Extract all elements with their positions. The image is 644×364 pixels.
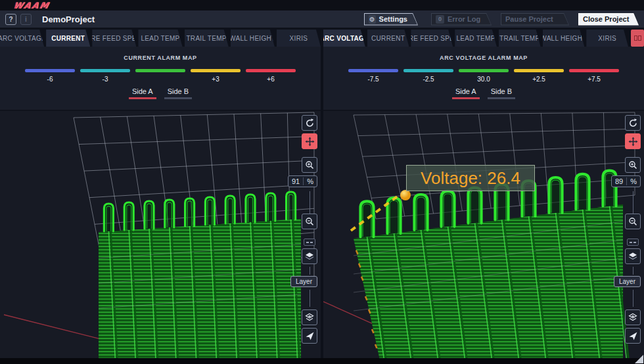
alarm-segment (135, 69, 185, 83)
3d-viewport-right[interactable]: Voltage: 26.4 89% (323, 110, 644, 358)
left-panel: CURRENT ALARM MAP -6 -3 (0, 47, 321, 358)
alarm-bar-blue (348, 69, 398, 72)
tab-current-left[interactable]: CURRENT (46, 30, 90, 47)
alarm-label: +3 (191, 76, 241, 83)
left-viewport-toolbar: 91% Layer (288, 114, 319, 344)
zoom-in-icon[interactable] (302, 157, 317, 173)
error-count-badge: 0 (436, 15, 444, 24)
alarm-segment: +7.5 (569, 69, 619, 83)
alarm-bar-red (246, 69, 296, 72)
alarm-label: 30.0 (459, 76, 509, 83)
tab-xiris-right[interactable]: XIRIS (586, 30, 628, 47)
close-label: Close Project (583, 15, 629, 23)
alarm-bar-blue (25, 69, 75, 72)
app-window: WAAM ? i DemoProject ⚙ Settings 0 Error … (0, 0, 644, 364)
split-view-icon[interactable] (631, 30, 644, 47)
right-viewport-toolbar: 89% Layer (612, 114, 642, 344)
tab-trail-temp-right[interactable]: TRAIL TEMP (499, 30, 541, 47)
layer-slider-track[interactable] (633, 267, 633, 275)
alarm-segment: -3 (80, 69, 130, 83)
title-bar: ? i DemoProject ⚙ Settings 0 Error Log P… (0, 11, 644, 28)
tab-lead-temp-right[interactable]: LEAD TEMP (455, 30, 497, 47)
alarm-segment: +2.5 (514, 69, 564, 83)
layers-outline-icon[interactable] (302, 309, 317, 325)
close-project-button[interactable]: Close Project (578, 13, 639, 26)
alarm-segment: -2.5 (403, 69, 453, 83)
layer-slider-handle[interactable] (627, 239, 639, 246)
pause-label: Pause Project (505, 15, 553, 23)
side-b-tab-left[interactable]: Side B (164, 87, 192, 99)
tab-current-right[interactable]: CURRENT (367, 30, 409, 47)
left-alarm-map: CURRENT ALARM MAP -6 -3 (0, 47, 321, 110)
layer-slider-handle[interactable] (304, 239, 315, 246)
zoom-out-icon[interactable] (302, 214, 317, 229)
layer-slider-track-lower[interactable] (310, 290, 310, 307)
tab-arc-voltage-right[interactable]: ARC VOLTAGE (323, 30, 365, 47)
alarm-bar-green (459, 69, 509, 72)
zoom-in-icon[interactable] (625, 157, 641, 173)
layers-icon[interactable] (625, 248, 641, 264)
layer-slider-track-lower[interactable] (633, 290, 633, 307)
side-a-tab-right[interactable]: Side A (452, 87, 480, 99)
side-b-tab-right[interactable]: Side B (488, 87, 515, 99)
alarm-segment: +3 (191, 69, 241, 83)
layer-button[interactable]: Layer (290, 276, 317, 287)
alarm-label: -3 (80, 76, 130, 83)
rotate-icon[interactable] (625, 115, 641, 131)
percent-sign: % (303, 177, 317, 185)
voltage-tooltip: Voltage: 26.4 (406, 165, 535, 191)
alarm-segment: -6 (25, 69, 75, 83)
tab-wall-height-right[interactable]: WALL HEIGHT (543, 30, 585, 47)
error-log-button[interactable]: 0 Error Log (431, 13, 492, 26)
error-log-label: Error Log (448, 15, 480, 23)
left-alarm-bars: -6 -3 +3 +6 (0, 69, 321, 83)
side-a-tab-left[interactable]: Side A (129, 87, 156, 99)
3d-scene-right (323, 111, 644, 358)
waam-logo: WAAM (12, 1, 51, 11)
rotate-icon[interactable] (302, 115, 317, 131)
alarm-bar-yellow (514, 69, 564, 72)
tab-strip-row: ARC VOLTAGE CURRENT WIRE FEED SPEED LEAD… (0, 28, 644, 47)
layers-icon[interactable] (302, 248, 317, 264)
zoom-percent-value: 91 (288, 177, 303, 185)
tab-wire-feed-speed-right[interactable]: WIRE FEED SPEED (411, 30, 453, 47)
left-side-tabs: Side A Side B (0, 87, 321, 99)
pan-move-icon[interactable] (625, 133, 641, 149)
tab-wire-feed-speed-left[interactable]: WIRE FEED SPEED (92, 30, 136, 47)
alarm-bar-teal (80, 69, 130, 72)
alarm-label: -7.5 (348, 76, 398, 83)
gear-icon: ⚙ (369, 15, 376, 24)
project-title: DemoProject (42, 14, 95, 24)
zoom-out-icon[interactable] (625, 214, 641, 229)
tab-trail-temp-left[interactable]: TRAIL TEMP (185, 30, 229, 47)
tab-arc-voltage-left[interactable]: ARC VOLTAGE (0, 30, 44, 47)
alarm-label (135, 76, 185, 83)
alarm-segment: -7.5 (348, 69, 398, 83)
navigate-icon[interactable] (302, 328, 317, 344)
zoom-slider[interactable] (633, 191, 633, 214)
alarm-bar-green (135, 69, 185, 72)
pan-move-icon[interactable] (302, 133, 317, 149)
layer-slider-track[interactable] (310, 267, 310, 275)
alarm-label: +6 (246, 76, 296, 83)
pause-project-button[interactable]: Pause Project (501, 13, 569, 26)
tab-xiris-left[interactable]: XIRIS (277, 30, 321, 47)
alarm-label: -2.5 (403, 76, 453, 83)
zoom-slider[interactable] (310, 191, 310, 214)
tab-lead-temp-left[interactable]: LEAD TEMP (138, 30, 182, 47)
panels-row: CURRENT ALARM MAP -6 -3 (0, 47, 644, 358)
alarm-segment: 30.0 (459, 69, 509, 83)
tab-wall-height-left[interactable]: WALL HEIGHT (231, 30, 275, 47)
settings-button[interactable]: ⚙ Settings (364, 13, 418, 26)
layers-outline-icon[interactable] (625, 309, 641, 325)
navigate-icon[interactable] (625, 328, 641, 344)
left-alarm-title: CURRENT ALARM MAP (0, 47, 321, 61)
alarm-label: -6 (25, 76, 75, 83)
info-button[interactable]: i (20, 14, 32, 25)
layer-button[interactable]: Layer (614, 276, 641, 287)
left-tab-strip: ARC VOLTAGE CURRENT WIRE FEED SPEED LEAD… (0, 30, 321, 47)
3d-viewport-left[interactable]: 91% Layer (0, 110, 321, 358)
help-button[interactable]: ? (5, 14, 16, 25)
right-side-tabs: Side A Side B (323, 87, 644, 99)
alarm-segment: +6 (246, 69, 296, 83)
